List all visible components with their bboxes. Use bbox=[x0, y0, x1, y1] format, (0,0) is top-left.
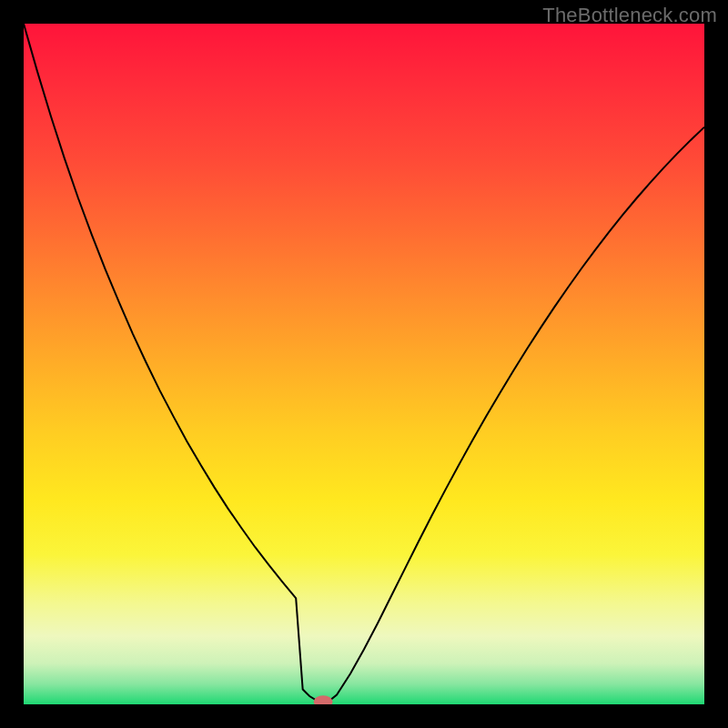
gradient-background bbox=[24, 24, 704, 704]
chart-frame: TheBottleneck.com bbox=[0, 0, 728, 728]
bottleneck-chart bbox=[24, 24, 704, 704]
watermark-text: TheBottleneck.com bbox=[542, 4, 717, 27]
